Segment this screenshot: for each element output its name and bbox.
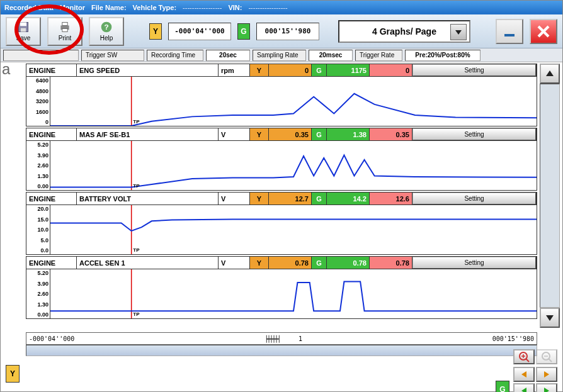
plot-area[interactable]: TP xyxy=(50,77,537,126)
svg-marker-28 xyxy=(544,388,549,392)
minimize-icon xyxy=(502,24,517,39)
y-value: 0.78 xyxy=(269,257,312,269)
setting-button[interactable]: Setting xyxy=(412,193,536,204)
graph-signal: ENG SPEED xyxy=(77,64,219,76)
graph-row: ENGINEBATTERY VOLTVY12.7G14.212.6Setting… xyxy=(26,192,537,255)
plot-area[interactable]: TP xyxy=(50,205,537,254)
infobar: Trigger SW Recording Time 20sec Sampling… xyxy=(1,48,562,62)
step-right-g-button[interactable] xyxy=(536,383,557,392)
minimize-button[interactable] xyxy=(496,19,523,44)
g-label: G xyxy=(312,193,327,204)
y-value: 12.7 xyxy=(269,193,312,204)
graph-signal: BATTERY VOLT xyxy=(77,193,219,204)
step-left-y-button[interactable] xyxy=(513,367,535,382)
right-arrow-icon xyxy=(542,370,551,379)
svg-rect-5 xyxy=(62,29,67,32)
r-value: 0.78 xyxy=(370,257,412,269)
left-arrow-icon xyxy=(520,386,528,392)
toolbar: Save Print ? Help Y -000'04''000 G 000'1… xyxy=(1,14,562,48)
monitor-label: Monitor xyxy=(60,4,85,11)
help-button[interactable]: ? Help xyxy=(89,17,124,46)
y-label: Y xyxy=(250,193,269,204)
y-axis: 5.203.902.601.300.00 xyxy=(26,141,50,190)
titlebar: Recorded Data Monitor File Name: Vehicle… xyxy=(1,1,562,14)
vin-value: ----------------- xyxy=(248,4,287,11)
g-marker-bottom[interactable]: G xyxy=(496,381,509,392)
chevron-down-icon xyxy=(545,313,555,323)
vehicle-type-value: ----------------- xyxy=(183,4,222,11)
graph-system: ENGINE xyxy=(26,193,77,204)
filename-label: File Name: xyxy=(91,4,127,11)
y-label: Y xyxy=(250,64,269,76)
step-right-y-button[interactable] xyxy=(536,367,557,382)
sampling-rate-value: 20msec xyxy=(309,50,353,61)
plot-area[interactable]: TP xyxy=(50,269,537,318)
trigger-rate-value: Pre:20%/Post:80% xyxy=(405,50,481,61)
scroll-track[interactable] xyxy=(540,84,560,308)
plot-area[interactable]: TP xyxy=(50,141,537,190)
graph-row: ENGINEENG SPEEDrpmY0G11750Setting6400480… xyxy=(26,64,537,126)
tp-label: TP xyxy=(133,247,139,253)
svg-marker-17 xyxy=(546,315,554,321)
r-value: 12.6 xyxy=(370,193,412,204)
graph-row: ENGINEMAS A/F SE-B1VY0.35G1.380.35Settin… xyxy=(26,128,537,191)
svg-rect-1 xyxy=(20,23,26,26)
tp-label: TP xyxy=(133,183,139,189)
y-axis: 64004800320016000 xyxy=(26,77,50,126)
setting-button[interactable]: Setting xyxy=(412,257,536,269)
graph-row: ENGINEACCEL SEN 1VY0.78G0.780.78Setting5… xyxy=(26,256,537,319)
scroll-down-button[interactable] xyxy=(540,308,560,328)
setting-button[interactable]: Setting xyxy=(412,128,536,140)
dropdown-label: 4 Graphs/ Page xyxy=(372,26,436,36)
graph-unit: V xyxy=(219,257,250,269)
y-marker-badge[interactable]: Y xyxy=(149,23,162,40)
y-label: Y xyxy=(250,257,269,269)
graph-system: ENGINE xyxy=(26,64,77,76)
zoom-out-icon xyxy=(541,351,552,362)
close-button[interactable] xyxy=(530,19,557,44)
zoom-in-button[interactable] xyxy=(513,349,535,364)
save-label: Save xyxy=(16,35,31,42)
save-button[interactable]: Save xyxy=(6,17,41,46)
y-axis: 20.015.010.05.00.0 xyxy=(26,205,50,254)
graphs-per-page-dropdown[interactable]: 4 Graphs/ Page xyxy=(338,20,470,43)
y-marker-bottom[interactable]: Y xyxy=(6,365,20,383)
step-left-g-button[interactable] xyxy=(513,383,535,392)
timeline: -000'04''000 ├┼┼┼┼┤ 1 000'15''980 xyxy=(26,332,537,345)
app-title: Recorded Data xyxy=(4,4,54,11)
help-icon: ? xyxy=(100,21,113,33)
scroll-up-button[interactable] xyxy=(540,64,560,84)
zoom-out-button[interactable] xyxy=(536,349,557,364)
g-value: 14.2 xyxy=(327,193,370,204)
y-value: 0.35 xyxy=(269,128,312,140)
vin-label: VIN: xyxy=(228,4,242,11)
graph-unit: V xyxy=(219,193,250,204)
y-label: Y xyxy=(250,128,269,140)
g-label: G xyxy=(312,128,327,140)
svg-rect-2 xyxy=(21,28,26,32)
g-value: 1175 xyxy=(327,64,370,76)
trigger-sw-cell: Trigger SW xyxy=(81,50,144,61)
trigger-rate-label: Trigger Rate xyxy=(355,50,402,61)
help-label: Help xyxy=(100,35,113,42)
vertical-scrollbar[interactable] xyxy=(540,64,560,328)
svg-line-23 xyxy=(549,359,552,362)
g-marker-badge[interactable]: G xyxy=(237,23,250,40)
graph-system: ENGINE xyxy=(26,128,77,140)
graph-unit: V xyxy=(219,128,250,140)
recording-time-value: 20sec xyxy=(206,50,250,61)
bottom-bar: Y G xyxy=(1,356,562,391)
graph-unit: rpm xyxy=(219,64,250,76)
vehicle-type-label: Vehicle Type: xyxy=(133,4,177,11)
zoom-in-icon xyxy=(518,351,530,362)
graph-area: ENGINEENG SPEEDrpmY0G11750Setting6400480… xyxy=(1,62,562,352)
print-button[interactable]: Print xyxy=(47,17,82,46)
r-value: 0 xyxy=(370,64,412,76)
right-arrow-icon xyxy=(542,386,551,392)
trigger-sw-label xyxy=(3,50,79,61)
g-value: 1.38 xyxy=(327,128,370,140)
horizontal-scrollbar[interactable] xyxy=(26,345,537,356)
r-value: 0.35 xyxy=(370,128,412,140)
chevron-up-icon xyxy=(545,69,555,79)
setting-button[interactable]: Setting xyxy=(412,64,536,76)
